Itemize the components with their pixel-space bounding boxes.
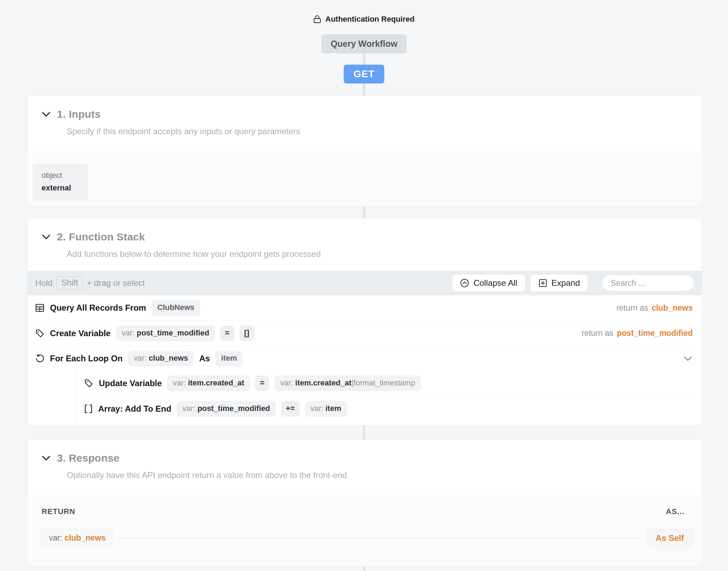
function-stack-title: 2. Function Stack [57, 231, 145, 243]
as-column-label: AS... [666, 507, 693, 516]
function-stack-toolbar: Hold Shift + drag or select Collapse All [28, 271, 702, 295]
operator-chip: += [281, 401, 299, 417]
response-subtitle: Optionally have this API endpoint return… [67, 470, 688, 480]
variable-chip: var: club_news [128, 351, 194, 366]
table-chip: ClubNews [152, 300, 200, 316]
row-title: Query All Records From [50, 303, 146, 313]
return-as: return as post_time_modified [582, 328, 702, 338]
input-name: external [42, 183, 79, 193]
query-workflow-pill[interactable]: Query Workflow [321, 34, 406, 53]
multi-select-hint: Hold Shift + drag or select [35, 276, 145, 290]
row-title: Array: Add To End [98, 404, 171, 414]
chevron-down-icon[interactable] [42, 234, 51, 240]
return-as: return as club_news [617, 303, 702, 313]
variable-chip: var: item.created_at [167, 376, 250, 391]
function-row-create-variable[interactable]: 2 Create Variable var: post_time_modifie… [28, 320, 702, 346]
expand-icon [538, 279, 547, 288]
value-chip: [] [240, 326, 254, 341]
row-title: Update Variable [99, 378, 162, 388]
function-stack-subtitle: Add functions below to determine how you… [67, 249, 688, 259]
connector-line [363, 207, 365, 218]
http-method-badge: GET [344, 65, 385, 84]
chevron-down-icon[interactable] [42, 111, 51, 117]
hint-prefix: Hold [35, 278, 52, 288]
bottom-node [0, 566, 728, 571]
function-row-query-all-records[interactable]: 1 Query All Records From ClubNews return… [28, 295, 702, 320]
function-row-for-each-loop[interactable]: 3 For Each Loop On var: club_news As ite… [28, 346, 702, 371]
auth-required-row: Authentication Required [313, 13, 414, 25]
inputs-title: 1. Inputs [57, 108, 101, 120]
collapse-all-button[interactable]: Collapse All [452, 274, 525, 292]
table-icon [35, 304, 44, 312]
value-chip: var: item.created_at|format_timestamp [275, 376, 421, 391]
tag-icon [35, 329, 44, 338]
expand-button[interactable]: Expand [530, 274, 588, 292]
input-param-card[interactable]: object external [32, 164, 88, 200]
connector-line [363, 84, 365, 95]
lock-icon [313, 15, 321, 23]
auth-required-label: Authentication Required [325, 15, 414, 24]
endpoint-header: Authentication Required Query Workflow G… [0, 0, 728, 95]
dotted-connector [119, 538, 640, 539]
function-stack-card: 2. Function Stack Add functions below to… [27, 218, 702, 425]
as-self-button[interactable]: As Self [647, 529, 693, 548]
operator-chip: = [255, 376, 269, 391]
operator-chip: = [220, 326, 234, 341]
row-title: For Each Loop On [50, 354, 123, 363]
variable-chip: var: post_time_modified [116, 326, 215, 341]
row-title: Create Variable [50, 328, 110, 338]
response-title: 3. Response [57, 452, 119, 464]
inputs-card: 1. Inputs Specify if this endpoint accep… [27, 95, 702, 207]
hint-suffix: + drag or select [87, 278, 145, 288]
function-row-array-add-to-end[interactable]: 3.2 Array: Add To End var: post_time_mod… [76, 396, 702, 421]
shift-keycap: Shift [57, 276, 82, 290]
return-variable-pill[interactable]: var: club_news [42, 529, 113, 548]
inputs-subtitle: Specify if this endpoint accepts any inp… [67, 127, 688, 136]
collapse-icon [460, 279, 469, 288]
search-input[interactable] [602, 275, 694, 291]
chevron-down-icon[interactable] [683, 355, 693, 362]
value-chip: var: item [305, 401, 347, 417]
loop-icon [35, 354, 44, 363]
collapse-all-label: Collapse All [473, 278, 517, 288]
loop-item-chip: item [216, 351, 242, 366]
response-card: 3. Response Optionally have this API end… [27, 439, 702, 566]
return-label: RETURN [42, 507, 75, 516]
endpoint-editor-page: Authentication Required Query Workflow G… [0, 0, 728, 571]
function-row-update-variable[interactable]: 3.1 Update Variable var: item.created_at… [76, 371, 702, 396]
array-brackets-icon [84, 404, 93, 413]
as-keyword: As [199, 354, 210, 363]
input-type: object [42, 171, 79, 180]
connector-line [363, 425, 365, 439]
connector-line [363, 566, 365, 571]
tag-icon [84, 379, 93, 388]
loop-children: 3.1 Update Variable var: item.created_at… [75, 371, 702, 421]
chevron-down-icon[interactable] [42, 455, 51, 461]
expand-label: Expand [552, 278, 580, 288]
variable-chip: var: post_time_modified [177, 401, 276, 417]
